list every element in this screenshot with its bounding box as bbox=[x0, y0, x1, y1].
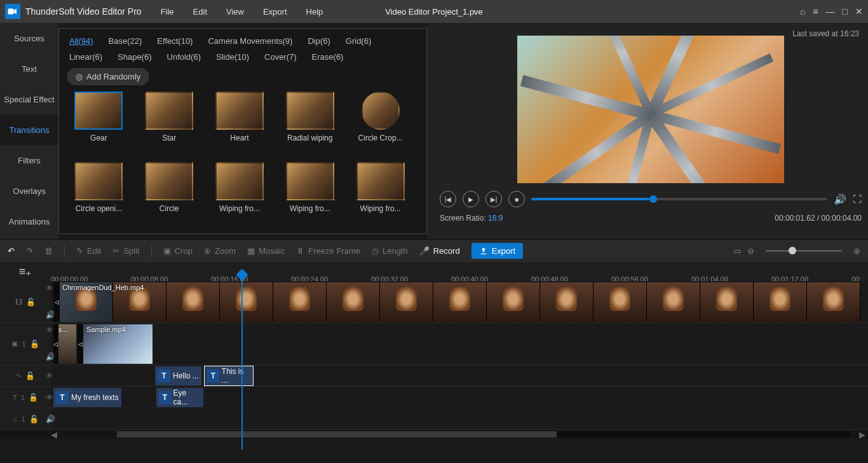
close-icon[interactable]: ✕ bbox=[855, 6, 863, 17]
play-button[interactable]: ▶ bbox=[463, 191, 479, 207]
sidebar-item-animations[interactable]: Animations bbox=[0, 206, 58, 237]
screen-ratio-value[interactable]: 16:9 bbox=[488, 214, 503, 223]
sidebar-item-sources[interactable]: Sources bbox=[0, 23, 58, 53]
video-clip-1[interactable]: ◁ ChromagenDud_Heb.mp4 bbox=[53, 282, 860, 322]
sidebar-item-transitions[interactable]: Transitions bbox=[0, 114, 58, 145]
export-button[interactable]: Export bbox=[471, 243, 524, 259]
sidebar-item-filters[interactable]: Filters bbox=[0, 145, 58, 176]
sidebar-item-special-effect[interactable]: Special Effect bbox=[0, 84, 58, 114]
text-clip-3[interactable]: TMy fresh texts bbox=[53, 388, 155, 407]
freeze-frame-tool[interactable]: ⏸ Freeze Frame bbox=[296, 246, 360, 256]
split-tool[interactable]: ✂ Split bbox=[112, 246, 139, 256]
mosaic-tool[interactable]: ▦ Mosaic bbox=[247, 246, 285, 256]
redo-button[interactable]: ↷ bbox=[26, 246, 33, 256]
text-clip-4[interactable]: TEye ca... bbox=[156, 388, 203, 407]
timeline: ≡₊ 00:00:00.0000:00:08.0000:00:16.0000:0… bbox=[0, 262, 868, 439]
preview-canvas[interactable] bbox=[517, 36, 784, 183]
lock-icon[interactable]: 🔓 bbox=[25, 371, 35, 380]
edit-tool[interactable]: ✎ Edit bbox=[76, 246, 101, 256]
crop-tool[interactable]: ▣ Crop bbox=[163, 246, 193, 256]
random-icon: ◎ bbox=[76, 72, 83, 81]
category-unfold[interactable]: Unfold(6) bbox=[167, 52, 201, 62]
transitions-grid: GearStarHeartRadial wipingCircle Crop...… bbox=[67, 92, 419, 226]
sidebar-item-overlays[interactable]: Overlays bbox=[0, 176, 58, 206]
zoom-tool[interactable]: ⊕ Zoom bbox=[204, 246, 236, 256]
preview-area: Last saved at 16:23 |◀ ▶ ▶| ■ 🔊 ⛶ Screen… bbox=[427, 23, 868, 239]
category-effect[interactable]: Effect(10) bbox=[157, 36, 193, 46]
sidebar-item-text[interactable]: Text bbox=[0, 53, 58, 84]
category-cover[interactable]: Cover(7) bbox=[264, 52, 297, 62]
text-track-1-head: ∿ 🔓 bbox=[0, 365, 51, 386]
home-icon[interactable]: ⌂ bbox=[800, 6, 805, 17]
fullscreen-icon[interactable]: ⛶ bbox=[853, 194, 862, 204]
zoom-in-icon[interactable]: ⊕ bbox=[853, 246, 860, 256]
category-erase[interactable]: Erase(6) bbox=[312, 52, 344, 62]
visibility-icon[interactable]: 👁 bbox=[46, 371, 53, 380]
main-menu: File Edit View Export Help bbox=[161, 7, 323, 17]
timeline-h-scrollbar[interactable]: ◀ ▶ bbox=[0, 430, 868, 439]
menu-help[interactable]: Help bbox=[306, 7, 323, 17]
next-frame-button[interactable]: ▶| bbox=[485, 191, 502, 207]
lock-icon[interactable]: 🔓 bbox=[29, 415, 39, 424]
lock-icon[interactable]: 🔓 bbox=[29, 393, 38, 402]
app-logo bbox=[5, 4, 20, 19]
playback-time: 00:00:01.62 / 00:00:04.00 bbox=[775, 214, 862, 223]
category-slide[interactable]: Slide(10) bbox=[216, 52, 249, 62]
delete-button[interactable]: 🗑 bbox=[44, 246, 53, 256]
category-camera[interactable]: Camera Movements(9) bbox=[208, 36, 292, 46]
menu-icon[interactable]: ≡ bbox=[813, 6, 818, 17]
transition-thumb[interactable] bbox=[74, 92, 123, 130]
text-clip-1[interactable]: THello ... bbox=[155, 366, 203, 385]
transition-thumb[interactable] bbox=[215, 162, 264, 200]
maximize-icon[interactable]: □ bbox=[843, 6, 848, 17]
menu-view[interactable]: View bbox=[226, 7, 244, 17]
video-clip-2a[interactable]: ◁ s... bbox=[53, 324, 76, 364]
category-linear[interactable]: Linear(6) bbox=[69, 52, 102, 62]
track-fx-icon: ∿ bbox=[16, 371, 22, 380]
audio-icon[interactable]: 🔊 bbox=[46, 415, 55, 424]
lock-icon[interactable]: 🔓 bbox=[30, 340, 39, 349]
menu-edit[interactable]: Edit bbox=[193, 7, 207, 17]
track-film-icon: 🎞 bbox=[15, 298, 22, 306]
audio-track-head: ♫ 1 🔓 bbox=[0, 408, 51, 429]
record-button[interactable]: 🎤 Record bbox=[419, 246, 460, 256]
zoom-out-icon[interactable]: ⊖ bbox=[747, 246, 754, 256]
category-shape[interactable]: Shape(6) bbox=[118, 52, 151, 62]
zoom-slider[interactable] bbox=[766, 250, 842, 252]
video-track-2-head: ▣ 1 🔓 bbox=[0, 323, 51, 364]
transition-thumb[interactable] bbox=[74, 162, 123, 200]
app-name: ThunderSoft Video Editor Pro bbox=[25, 6, 142, 17]
volume-icon[interactable]: 🔊 bbox=[834, 193, 846, 205]
menu-export[interactable]: Export bbox=[263, 7, 287, 17]
video-clip-2b[interactable]: ◁ Sample.mp4 bbox=[78, 324, 153, 364]
playhead[interactable] bbox=[241, 272, 243, 450]
visibility-icon[interactable]: 👁 bbox=[46, 393, 53, 402]
stop-button[interactable]: ■ bbox=[508, 191, 525, 207]
last-saved-label: Last saved at 16:23 bbox=[792, 29, 859, 38]
menu-file[interactable]: File bbox=[161, 7, 174, 17]
text-track-2-head: T 1 🔓 bbox=[0, 387, 51, 408]
project-title: Video Editor Project_1.pve bbox=[385, 7, 483, 17]
fit-timeline-icon[interactable]: ▭ bbox=[733, 246, 741, 256]
transition-thumb[interactable] bbox=[356, 162, 405, 200]
text-clip-2[interactable]: TThis is ... bbox=[205, 366, 253, 385]
add-randomly-button[interactable]: ◎ Add Randomly bbox=[67, 68, 149, 85]
transition-thumb[interactable] bbox=[362, 92, 400, 130]
transition-thumb[interactable] bbox=[286, 92, 334, 130]
prev-frame-button[interactable]: |◀ bbox=[440, 191, 456, 207]
lock-icon[interactable]: 🔓 bbox=[26, 298, 36, 307]
clip-handle-left[interactable]: ◁ bbox=[53, 282, 60, 322]
transition-thumb[interactable] bbox=[215, 92, 264, 130]
add-track-button[interactable]: ≡₊ bbox=[19, 265, 32, 279]
minimize-icon[interactable]: — bbox=[826, 6, 835, 17]
transition-thumb[interactable] bbox=[145, 162, 193, 200]
category-all[interactable]: All(94) bbox=[69, 36, 93, 46]
length-tool[interactable]: ◷ Length bbox=[372, 246, 408, 256]
category-grid[interactable]: Grid(6) bbox=[346, 36, 371, 46]
category-dip[interactable]: Dip(6) bbox=[308, 36, 330, 46]
undo-button[interactable]: ↶ bbox=[8, 246, 15, 256]
transition-thumb[interactable] bbox=[145, 92, 193, 130]
playback-slider[interactable] bbox=[531, 198, 827, 200]
category-base[interactable]: Base(22) bbox=[109, 36, 142, 46]
transition-thumb[interactable] bbox=[286, 162, 334, 200]
